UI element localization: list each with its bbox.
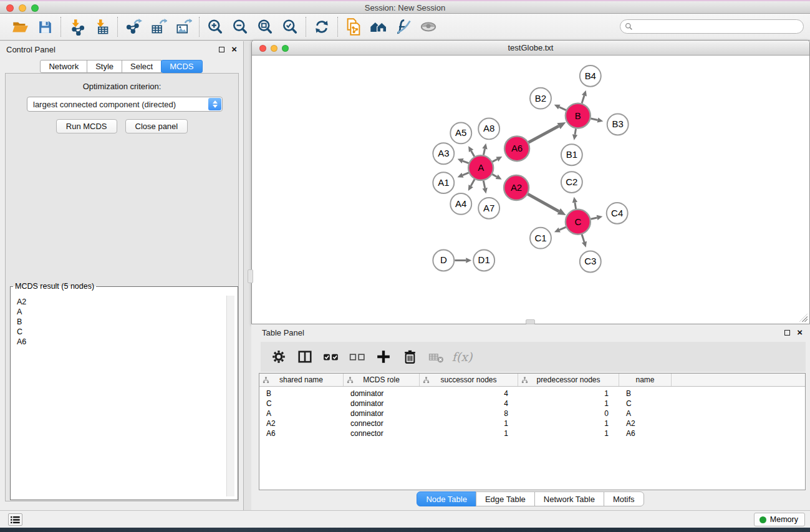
edge-A-A1[interactable]	[463, 173, 469, 175]
import-network-icon[interactable]	[64, 16, 89, 37]
split-handle-vertical[interactable]	[248, 269, 253, 283]
zoom-selected-icon[interactable]	[277, 16, 302, 37]
table-body: Bdominator41BCdominator41CAdominator80AA…	[259, 389, 805, 438]
edge-B-B4[interactable]	[582, 95, 584, 103]
eye-icon[interactable]	[416, 16, 441, 37]
edge-B-B2[interactable]	[559, 107, 566, 110]
edge-C-C3[interactable]	[582, 235, 584, 242]
network-canvas[interactable]: B4B2BB3A5A8A6B1A3AC2A1A2A4A7C4CC1C3DD1	[253, 56, 809, 323]
column-view-icon[interactable]	[297, 349, 313, 365]
refresh-icon[interactable]	[309, 16, 334, 37]
node-label-A6: A6	[511, 143, 523, 153]
task-history-button[interactable]	[8, 513, 22, 526]
column-header-successor-nodes[interactable]: successor nodes	[420, 374, 518, 386]
edge-C-C1[interactable]	[559, 227, 566, 230]
mcds-result-item[interactable]: A2	[17, 297, 223, 307]
edge-A6-B[interactable]	[528, 126, 559, 142]
column-header-name[interactable]: name	[619, 374, 672, 386]
network-graph[interactable]: B4B2BB3A5A8A6B1A3AC2A1A2A4A7C4CC1C3DD1	[253, 56, 809, 323]
workspace: Control Panel × NetworkStyleSelectMCDS O…	[0, 41, 810, 510]
result-scrollbar[interactable]	[226, 296, 234, 496]
function-builder-icon[interactable]: f(x)	[454, 349, 470, 365]
float-panel-icon[interactable]	[219, 47, 224, 52]
split-handle-horizontal[interactable]	[526, 319, 535, 324]
edge-A-A2[interactable]	[492, 174, 496, 177]
table-cell: C	[259, 399, 344, 408]
app-titlebar[interactable]: Session: New Session	[0, 0, 810, 14]
tab-motifs[interactable]: Motifs	[604, 491, 644, 506]
edge-A-A5[interactable]	[471, 151, 475, 157]
tab-style[interactable]: Style	[87, 60, 122, 73]
tab-mcds[interactable]: MCDS	[161, 60, 202, 73]
table-row[interactable]: Bdominator41B	[259, 389, 805, 399]
edge-B-B3[interactable]	[591, 118, 597, 120]
tab-select[interactable]: Select	[122, 60, 162, 73]
run-mcds-button[interactable]: Run MCDS	[56, 119, 117, 133]
network-window-titlebar[interactable]: testGlobe.txt	[252, 41, 809, 56]
column-header-shared-name[interactable]: shared name	[259, 374, 344, 386]
node-table[interactable]: shared nameMCDS rolesuccessor nodesprede…	[259, 373, 806, 490]
table-cell: 1	[518, 419, 619, 428]
settings-gear-icon[interactable]	[271, 349, 287, 365]
close-panel-icon[interactable]: ×	[231, 46, 237, 52]
export-image-icon[interactable]	[171, 16, 196, 37]
float-table-panel-icon[interactable]	[784, 330, 790, 336]
export-network-icon[interactable]	[121, 16, 146, 37]
edge-A-A3[interactable]	[463, 161, 469, 163]
delete-column-icon[interactable]	[402, 349, 418, 365]
mcds-result-item[interactable]: C	[17, 327, 223, 337]
memory-button[interactable]: Memory	[754, 513, 805, 526]
node-label-A: A	[478, 162, 484, 173]
close-panel-button[interactable]: Close panel	[125, 119, 188, 133]
node-label-B4: B4	[585, 70, 596, 81]
fx-label: f(x)	[452, 350, 473, 364]
table-row[interactable]: Adominator80A	[259, 409, 805, 418]
deselect-all-checkboxes-icon[interactable]	[349, 349, 365, 365]
tab-network[interactable]: Network	[40, 60, 87, 73]
tab-edge-table[interactable]: Edge Table	[476, 491, 535, 506]
attribute-type-icon	[347, 377, 354, 384]
zoom-fit-icon[interactable]	[253, 16, 277, 37]
new-network-from-selection-icon[interactable]	[341, 16, 366, 37]
column-header-MCDS-role[interactable]: MCDS role	[344, 374, 420, 386]
import-table-icon[interactable]	[89, 16, 114, 37]
mcds-result-item[interactable]: A	[17, 307, 223, 317]
table-row[interactable]: A2connector11A2	[259, 418, 805, 428]
tab-node-table[interactable]: Node Table	[417, 491, 476, 506]
column-header-predecessor-nodes[interactable]: predecessor nodes	[518, 374, 619, 386]
toolbar-separator	[337, 17, 338, 37]
tab-network-table[interactable]: Network Table	[534, 491, 604, 506]
edge-A-A4[interactable]	[471, 179, 475, 186]
table-cell: 8	[420, 409, 518, 418]
node-label-A8: A8	[483, 123, 494, 133]
zoom-in-icon[interactable]	[203, 16, 228, 37]
export-table-icon[interactable]	[146, 16, 171, 37]
edge-B-B1[interactable]	[575, 128, 576, 135]
close-table-panel-icon[interactable]: ×	[797, 329, 803, 336]
criterion-select[interactable]: largest connected component (directed)	[27, 97, 223, 112]
zoom-out-icon[interactable]	[228, 16, 253, 37]
search-input[interactable]	[633, 22, 803, 31]
home-icon[interactable]	[366, 16, 391, 37]
table-row[interactable]: A6connector11A6	[259, 428, 805, 438]
attribute-type-icon	[521, 377, 528, 384]
edge-A-A8[interactable]	[483, 149, 485, 155]
table-row[interactable]: Cdominator41C	[259, 399, 805, 409]
hide-graphics-details-icon[interactable]	[391, 16, 416, 37]
edge-A-A6[interactable]	[493, 159, 498, 162]
node-label-A1: A1	[438, 177, 449, 188]
select-all-checkboxes-icon[interactable]	[323, 349, 339, 365]
search-box[interactable]	[620, 19, 804, 34]
edge-C-C4[interactable]	[591, 218, 597, 219]
edge-C-C2[interactable]	[575, 203, 576, 210]
save-icon[interactable]	[32, 16, 57, 37]
edge-A2-C[interactable]	[528, 194, 559, 211]
table-panel: Table Panel × f(x) shared nameMCDS	[251, 324, 810, 510]
delete-table-icon[interactable]	[428, 349, 444, 365]
add-column-icon[interactable]	[375, 349, 392, 365]
edge-A-A7[interactable]	[483, 181, 485, 188]
mcds-result-item[interactable]: A6	[17, 337, 223, 347]
open-folder-icon[interactable]	[7, 16, 32, 37]
mcds-result-list[interactable]: A2ABCA6	[14, 296, 226, 496]
mcds-result-item[interactable]: B	[17, 317, 223, 327]
